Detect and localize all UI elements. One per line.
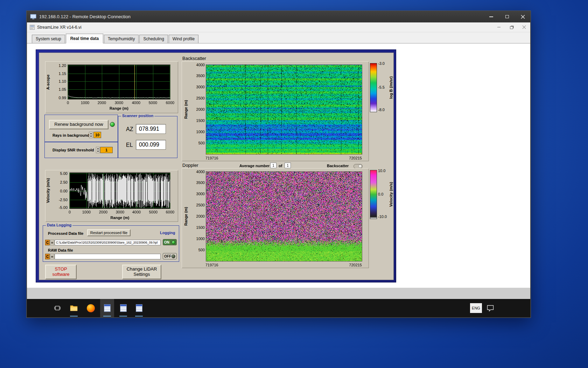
ascope-ytick: 1.05 [50, 87, 66, 91]
backscatter-colorbar-tick: -8.0 [378, 108, 390, 112]
ascope-xtick: 6000 [165, 101, 175, 105]
raw-logging-toggle[interactable]: OFF [163, 253, 177, 259]
snr-spinner[interactable] [96, 147, 100, 153]
language-indicator[interactable]: ENG [470, 303, 482, 313]
processed-data-file-label: Processed Data file [48, 231, 84, 236]
decrement-icon [90, 136, 92, 137]
task-view-button[interactable] [50, 299, 64, 317]
rdp-window: 192.168.0.122 - Remote Desktop Connectio… [26, 11, 531, 318]
backscatter-ytick: 1000 [188, 130, 205, 134]
backscatter-x-start: 719716 [205, 156, 227, 160]
remote-desktop-strip [27, 288, 530, 300]
vi-taskbar-button[interactable] [132, 299, 146, 317]
ascope-graph: A-scope 1.20 1.15 1.10 1.05 0.99 0 1000 … [45, 61, 178, 113]
remote-desktop-icon [30, 14, 36, 20]
firefox-button[interactable] [84, 299, 98, 317]
average-number-value[interactable]: 1 [270, 163, 276, 168]
processed-data-file-path[interactable]: C:\Lidar\Data\Proc\2023\202309\20230906\… [55, 240, 161, 245]
front-panel: A-scope 1.20 1.15 1.10 1.05 0.99 0 1000 … [27, 43, 530, 288]
backscatter-ytick: 500 [188, 141, 205, 145]
streamline-taskbar-button[interactable] [100, 299, 114, 317]
backscatter-ytick: 2500 [188, 96, 205, 100]
restart-processed-file-button[interactable]: Restart processed file [87, 229, 131, 236]
velocity-x-axis-label: Range (m) [70, 216, 170, 220]
ascope-ytick: 1.10 [50, 79, 66, 83]
tab-scheduling[interactable]: Scheduling [139, 35, 168, 43]
of-label: of [279, 164, 282, 168]
logging-off-led [172, 254, 175, 258]
rdp-minimize-button[interactable] [483, 11, 499, 22]
tab-bar: System setup Real time data Temp/humidit… [27, 32, 530, 43]
velocity-xtick: 2000 [98, 210, 108, 214]
backscatter-title: Backscatter [182, 56, 206, 61]
app-titlebar[interactable]: StreamLine XR v14-6.vi [27, 22, 530, 32]
rays-spinner[interactable] [89, 132, 93, 138]
labview-vi-icon [30, 25, 35, 30]
velocity-xtick: 4000 [131, 210, 142, 214]
backscatter-toggle-label: Backscatter [327, 164, 349, 168]
doppler-graph: Range (m) 4000 3500 3000 2500 2000 1500 … [182, 168, 369, 268]
processed-browse-icon[interactable] [50, 240, 54, 245]
rays-in-background-value[interactable]: 10 [93, 132, 101, 138]
velocity-ytick: 5.00 [49, 171, 68, 176]
streamline-app-window: StreamLine XR v14-6.vi System setup Real… [27, 22, 530, 288]
minimize-icon [497, 27, 500, 28]
ascope-xtick: 1000 [80, 101, 90, 105]
taskbar: ENG [27, 299, 530, 317]
tab-wind-profile[interactable]: Wind profile [169, 35, 198, 43]
stop-software-button[interactable]: STOP software [45, 265, 77, 279]
main-panel: A-scope 1.20 1.15 1.10 1.05 0.99 0 1000 … [39, 53, 394, 280]
ascope-xtick: 4000 [131, 101, 141, 105]
tab-temp-humidity[interactable]: Temp/humidity [104, 35, 139, 43]
snr-threshold-value[interactable]: 1 [100, 147, 113, 153]
raw-data-file-path[interactable] [55, 254, 161, 259]
rdp-maximize-button[interactable] [499, 11, 515, 22]
tab-system-setup[interactable]: System setup [32, 35, 65, 43]
app-close-button[interactable] [518, 22, 530, 32]
increment-icon [97, 148, 99, 149]
backscatter-colorbar-tick: -3.0 [378, 61, 390, 66]
doppler-ytick: 2500 [188, 203, 205, 207]
scanner-position-title: Scanner position [121, 114, 154, 118]
open-app-indicator [135, 316, 143, 316]
change-button-line2: Settings [134, 272, 150, 277]
stop-button-line2: software [52, 272, 69, 277]
scan-scheduler-taskbar-button[interactable] [116, 299, 130, 317]
on-label: ON [164, 240, 169, 244]
average-number-label: Average number [239, 164, 270, 168]
ascope-ytick: 1.15 [50, 71, 66, 76]
doppler-ytick: 3000 [188, 192, 205, 196]
doppler-colorbar-label: Velocity (m/s) [389, 170, 394, 219]
vi-app-icon [104, 304, 111, 312]
change-lidar-settings-button[interactable]: Change LiDAR Settings [122, 265, 161, 279]
velocity-ytick: -2.50 [49, 198, 68, 202]
task-view-icon [54, 305, 61, 312]
processed-drive-selector[interactable]: C [45, 240, 50, 245]
file-explorer-button[interactable] [67, 299, 81, 317]
ascope-xtick: 5000 [148, 101, 158, 105]
tab-real-time-data[interactable]: Real time data [66, 34, 103, 43]
backscatter-ytick: 3000 [188, 85, 205, 89]
app-minimize-button[interactable] [492, 22, 505, 32]
rdp-titlebar[interactable]: 192.168.0.122 - Remote Desktop Connectio… [27, 11, 531, 22]
raw-browse-icon[interactable] [50, 254, 54, 259]
rdp-close-button[interactable] [515, 11, 531, 22]
notification-center-button[interactable] [483, 299, 497, 317]
app-restore-button[interactable] [505, 22, 518, 32]
backscatter-colorbar-label: log B (/m/sr) [389, 63, 394, 112]
firefox-icon [87, 304, 95, 312]
processed-logging-toggle[interactable]: ON [163, 239, 177, 245]
maximize-icon [505, 15, 509, 18]
rays-in-background-label: Rays in background [52, 133, 89, 137]
close-icon [522, 25, 526, 29]
velocity-graph: Velocity (m/s) 5.00 2.50 0.00 -2.50 -5.0… [45, 170, 178, 222]
main-panel-frame: A-scope 1.20 1.15 1.10 1.05 0.99 0 1000 … [36, 49, 396, 282]
stop-button-line1: STOP [55, 267, 67, 272]
renew-background-button[interactable]: Renew background now [49, 120, 108, 129]
snr-group: Display SNR threshold 1 [44, 142, 118, 158]
open-app-indicator [119, 316, 127, 316]
average-of-value[interactable]: 1 [285, 163, 291, 168]
raw-drive-selector[interactable]: C [45, 254, 50, 259]
az-value-display: 078.991 [136, 124, 166, 134]
data-logging-group: Data Logging Processed Data file Restart… [43, 225, 179, 262]
